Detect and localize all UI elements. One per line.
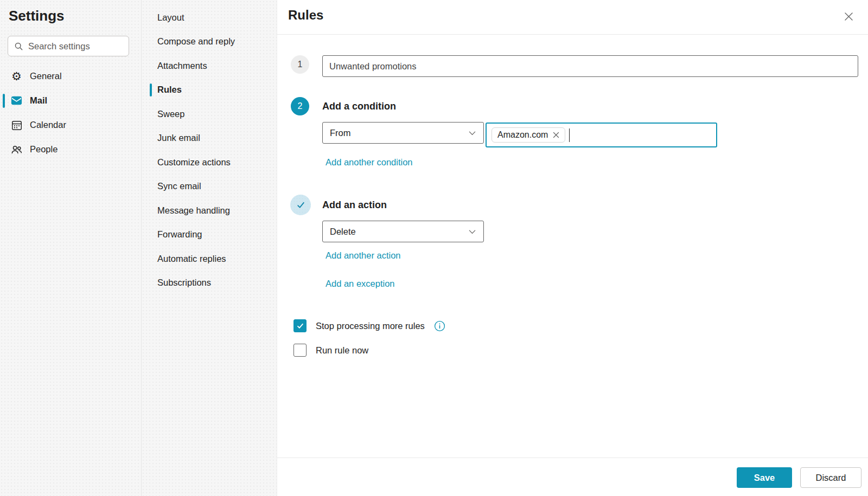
recipient-chip: Amazon.com — [492, 127, 565, 143]
sidebar-item-label: General — [30, 71, 62, 81]
step-3-check-badge — [290, 195, 311, 215]
sidebar-item-label: Calendar — [30, 120, 66, 130]
nav-item-message-handling[interactable]: Message handling — [142, 198, 277, 223]
chevron-down-icon — [468, 129, 476, 137]
condition-dropdown-value: From — [330, 128, 351, 138]
nav-item-subscriptions[interactable]: Subscriptions — [142, 271, 277, 295]
nav-item-label: Customize actions — [157, 157, 231, 168]
nav-item-sync-email[interactable]: Sync email — [142, 175, 277, 199]
nav-item-rules[interactable]: Rules — [142, 78, 277, 102]
nav-item-label: Sweep — [157, 109, 184, 119]
nav-item-label: Message handling — [157, 205, 230, 216]
nav-item-attachments[interactable]: Attachments — [142, 54, 277, 78]
search-icon — [14, 42, 23, 51]
gear-icon: ⚙ — [10, 70, 23, 82]
nav-item-label: Automatic replies — [157, 254, 226, 264]
sidebar-item-label: People — [30, 144, 58, 154]
add-condition-heading: Add a condition — [322, 101, 396, 112]
add-another-action-link[interactable]: Add another action — [326, 250, 401, 261]
sidebar-sections: ⚙ General Mail Calendar People — [0, 64, 141, 162]
nav-item-label: Sync email — [157, 181, 201, 191]
stop-processing-label[interactable]: Stop processing more rules — [316, 321, 425, 331]
selected-accent-bar — [150, 83, 152, 96]
nav-item-label: Layout — [157, 12, 184, 23]
mail-settings-nav: Layout Compose and reply Attachments Rul… — [142, 0, 277, 496]
chevron-down-icon — [468, 228, 476, 236]
sidebar-item-calendar[interactable]: Calendar — [0, 113, 141, 137]
search-settings-input[interactable] — [28, 41, 148, 51]
remove-chip-icon[interactable] — [553, 132, 559, 138]
add-an-exception-link[interactable]: Add an exception — [326, 279, 395, 289]
text-cursor — [569, 128, 570, 142]
run-rule-now-row: Run rule now — [293, 344, 368, 357]
check-icon — [296, 322, 304, 330]
step-2-badge: 2 — [291, 97, 309, 115]
check-icon — [296, 200, 306, 210]
add-action-heading: Add an action — [322, 199, 387, 211]
stop-processing-row: Stop processing more rules — [293, 319, 445, 332]
rules-editor-panel: Rules 1 2 Add a condition From Amazon.co… — [277, 0, 868, 496]
action-dropdown[interactable]: Delete — [322, 221, 484, 242]
nav-item-sweep[interactable]: Sweep — [142, 102, 277, 126]
nav-item-junk-email[interactable]: Junk email — [142, 126, 277, 151]
rule-name-input[interactable] — [322, 55, 858, 77]
people-icon — [10, 143, 23, 156]
save-button[interactable]: Save — [737, 467, 792, 488]
panel-header: Rules — [277, 0, 868, 35]
sidebar-item-mail[interactable]: Mail — [0, 88, 141, 113]
settings-title: Settings — [9, 8, 141, 24]
close-icon[interactable] — [842, 10, 855, 23]
sidebar-item-label: Mail — [30, 95, 47, 106]
footer-divider — [277, 458, 868, 458]
run-rule-now-checkbox[interactable] — [293, 344, 307, 357]
nav-item-label: Attachments — [157, 61, 207, 71]
nav-item-label: Compose and reply — [157, 36, 235, 47]
action-dropdown-value: Delete — [330, 227, 356, 237]
nav-item-automatic-replies[interactable]: Automatic replies — [142, 247, 277, 271]
discard-button[interactable]: Discard — [800, 467, 861, 488]
add-another-condition-link[interactable]: Add another condition — [326, 157, 413, 168]
search-settings-box[interactable] — [8, 36, 129, 56]
nav-item-layout[interactable]: Layout — [142, 5, 277, 30]
nav-item-label: Subscriptions — [157, 278, 211, 288]
settings-sidebar: Settings ⚙ General Mail Calendar — [0, 0, 142, 496]
nav-item-label: Forwarding — [157, 229, 202, 240]
calendar-icon — [10, 119, 23, 131]
run-rule-now-label[interactable]: Run rule now — [316, 345, 368, 356]
condition-value-input[interactable]: Amazon.com — [486, 123, 717, 147]
nav-item-label: Junk email — [157, 133, 200, 143]
info-icon[interactable] — [434, 320, 445, 332]
nav-item-label: Rules — [157, 85, 182, 95]
selected-accent-bar — [3, 94, 5, 108]
sidebar-item-people[interactable]: People — [0, 137, 141, 162]
nav-item-compose-and-reply[interactable]: Compose and reply — [142, 30, 277, 54]
step-1-badge: 1 — [291, 55, 309, 74]
stop-processing-checkbox[interactable] — [293, 319, 307, 332]
mail-icon — [10, 94, 23, 107]
condition-dropdown[interactable]: From — [322, 122, 484, 144]
page-title: Rules — [288, 8, 323, 23]
nav-item-forwarding[interactable]: Forwarding — [142, 223, 277, 247]
sidebar-item-general[interactable]: ⚙ General — [0, 64, 141, 88]
recipient-chip-label: Amazon.com — [497, 130, 548, 140]
nav-item-customize-actions[interactable]: Customize actions — [142, 150, 277, 175]
